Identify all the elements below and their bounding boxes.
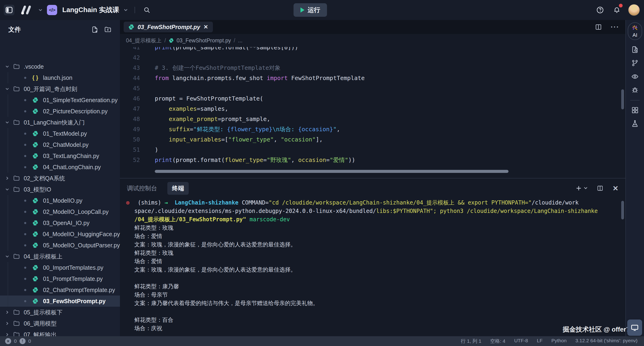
marscode-logo-icon[interactable] xyxy=(18,5,34,16)
toggle-sidebar-button[interactable] xyxy=(4,5,14,15)
tree-file-03_TextLangChain.py[interactable]: 03_TextLangChain.py xyxy=(0,150,120,161)
tab-close-icon[interactable]: ✕ xyxy=(204,24,208,30)
tree-file-03_OpenAI_IO.py[interactable]: 03_OpenAI_IO.py xyxy=(0,217,120,229)
tree-file-02_ChatModel.py[interactable]: 02_ChatModel.py xyxy=(0,139,120,150)
breadcrumb-file[interactable]: 03_FewShotPrompt.py xyxy=(177,38,231,44)
source-control-branch-icon[interactable] xyxy=(631,59,639,67)
code-editor[interactable]: 41print(prompt_sample.format(**samples[0… xyxy=(120,47,626,178)
python-file-icon xyxy=(169,38,174,43)
help-button[interactable] xyxy=(595,5,606,15)
tree-folder-04_提示模板上[interactable]: 04_提示模板上 xyxy=(0,251,120,262)
code-line-45[interactable]: 45 xyxy=(120,83,626,94)
tree-file-02_ChatPromptTemplate.py[interactable]: 02_ChatPromptTemplate.py xyxy=(0,284,120,295)
search-button[interactable] xyxy=(142,5,152,15)
errors-icon[interactable]: ✕ xyxy=(5,338,11,344)
ai-assistant-button[interactable]: AI xyxy=(628,22,642,40)
code-line-43[interactable]: 43# 3. 创建一个FewShotPromptTemplate对象 xyxy=(120,63,626,73)
status-item[interactable]: Python xyxy=(551,338,566,344)
tree-file-03_FewShotPrompt.py[interactable]: 03_FewShotPrompt.py xyxy=(0,295,120,307)
tree-folder-00_开篇词_奇点时刻[interactable]: 00_开篇词_奇点时刻 xyxy=(0,83,120,94)
topbar-divider xyxy=(134,7,135,13)
terminal-scrollbar[interactable] xyxy=(621,201,624,219)
notifications-button[interactable] xyxy=(612,5,622,15)
lab-flask-icon[interactable] xyxy=(631,120,639,127)
code-line-46[interactable]: 46prompt = FewShotPromptTemplate( xyxy=(120,94,626,104)
code-line-44[interactable]: 44from langchain.prompts.few_shot import… xyxy=(120,73,626,83)
tree-file-04_ChatLongChain.py[interactable]: 04_ChatLongChain.py xyxy=(0,161,120,173)
bell-icon xyxy=(613,6,621,14)
tree-folder-01_LangChain快速入门[interactable]: 01_LangChain快速入门 xyxy=(0,117,120,128)
activity-divider xyxy=(630,100,640,100)
new-file-button[interactable] xyxy=(91,26,98,33)
terminal-output[interactable]: ⊗ (shims) → LangChain-shizhanke COMMAND=… xyxy=(120,199,626,336)
status-item[interactable]: 行 1, 列 1 xyxy=(461,338,481,344)
status-bar: ✕ 0 ! 0 行 1, 列 1空格: 4UTF-8LFPython3.12.2… xyxy=(0,336,644,346)
workspace-chevron-icon[interactable] xyxy=(38,8,43,12)
status-item[interactable]: LF xyxy=(537,338,543,344)
close-panel-icon[interactable]: ✕ xyxy=(613,184,618,193)
code-line-47[interactable]: 47 examples=samples, xyxy=(120,104,626,114)
python-file-icon xyxy=(32,97,40,103)
project-title[interactable]: LangChain 实战课 xyxy=(62,5,119,15)
warnings-count[interactable]: 0 xyxy=(28,338,31,344)
code-text: # 3. 创建一个FewShotPromptTemplate对象 xyxy=(148,63,280,73)
warnings-icon[interactable]: ! xyxy=(20,338,26,344)
code-line-48[interactable]: 48 example_prompt=prompt_sample, xyxy=(120,114,626,124)
bottom-panel: 调试控制台 终端 ✕ ⊗ (shims) → LangChain-shizhan… xyxy=(120,178,626,336)
split-editor-icon[interactable] xyxy=(595,24,602,31)
errors-count[interactable]: 0 xyxy=(14,338,17,344)
code-line-42[interactable]: 42 xyxy=(120,53,626,63)
tree-file-05_ModelIO_OutputParser.py[interactable]: 05_ModelIO_OutputParser.py xyxy=(0,240,120,251)
tree-file-01_PromptTemplate.py[interactable]: 01_PromptTemplate.py xyxy=(0,273,120,284)
tree-file-02_PictureDescription.py[interactable]: 02_PictureDescription.py xyxy=(0,106,120,117)
avatar[interactable] xyxy=(628,4,640,16)
tree-folder-02_文档QA系统[interactable]: 02_文档QA系统 xyxy=(0,173,120,184)
tab-terminal[interactable]: 终端 xyxy=(167,182,189,195)
code-line-51[interactable]: 51) xyxy=(120,145,626,155)
extensions-grid-icon[interactable] xyxy=(631,106,639,114)
json-file-icon: { } xyxy=(32,74,40,81)
code-line-41[interactable]: 41print(prompt_sample.format(**samples[0… xyxy=(120,47,626,53)
file-search-icon[interactable] xyxy=(631,46,639,54)
file-dot-icon xyxy=(24,222,26,224)
code-line-52[interactable]: 52print(prompt.format(flower_type="野玫瑰",… xyxy=(120,155,626,165)
run-button[interactable]: 运行 xyxy=(294,3,327,17)
code-line-49[interactable]: 49 suffix="鲜花类型: {flower_type}\n场合: {occ… xyxy=(120,124,626,134)
remote-display-button[interactable] xyxy=(627,319,642,336)
new-folder-button[interactable] xyxy=(104,26,112,33)
tree-folder-05_提示模板下[interactable]: 05_提示模板下 xyxy=(0,307,120,318)
preview-eye-icon[interactable] xyxy=(631,73,639,81)
line-number: 50 xyxy=(120,134,148,145)
tree-file-01_TextModel.py[interactable]: 01_TextModel.py xyxy=(0,128,120,139)
split-terminal-icon[interactable] xyxy=(597,185,603,192)
status-item[interactable]: 空格: 4 xyxy=(490,338,505,344)
breadcrumb-more[interactable]: ... xyxy=(238,38,242,44)
project-chevron-icon[interactable] xyxy=(124,8,128,12)
tree-file-launch.json[interactable]: { }launch.json xyxy=(0,72,120,83)
tree-item-label: 01_TextModel.py xyxy=(43,130,87,137)
file-dot-icon xyxy=(24,233,26,235)
folder-icon xyxy=(13,253,21,260)
notification-dot xyxy=(619,4,622,8)
tab-03-fewshotprompt[interactable]: 03_FewShotPrompt.py ✕ xyxy=(124,22,213,32)
tree-folder-.vscode[interactable]: .vscode xyxy=(0,61,120,72)
tree-folder-07_解析输出[interactable]: 07_解析输出 xyxy=(0,329,120,336)
tab-debug-console[interactable]: 调试控制台 xyxy=(127,184,157,193)
status-item[interactable]: UTF-8 xyxy=(514,338,528,344)
tree-file-02_ModelIO_LoopCall.py[interactable]: 02_ModelIO_LoopCall.py xyxy=(0,206,120,217)
more-actions-icon[interactable]: ··· xyxy=(611,23,619,31)
tree-folder-03_模型IO[interactable]: 03_模型IO xyxy=(0,184,120,195)
editor-scrollbar[interactable] xyxy=(621,89,624,109)
code-text: print(prompt_sample.format(**samples[0])… xyxy=(148,47,298,53)
tree-file-01_ModelIO.py[interactable]: 01_ModelIO.py xyxy=(0,195,120,206)
new-terminal-button[interactable] xyxy=(576,185,588,192)
breadcrumb-folder[interactable]: 04_提示模板上 xyxy=(126,37,162,44)
debug-bug-icon[interactable] xyxy=(631,86,639,94)
status-item[interactable]: 3.12.2 64-bit ('shims': pyenv) xyxy=(576,338,638,344)
tree-file-01_SimpleTextGeneration.py[interactable]: 01_SimpleTextGeneration.py xyxy=(0,94,120,106)
code-line-50[interactable]: 50 input_variables=["flower_type", "occa… xyxy=(120,134,626,145)
tree-folder-06_调用模型[interactable]: 06_调用模型 xyxy=(0,318,120,329)
tree-file-04_ModelIO_HuggingFace.py[interactable]: 04_ModelIO_HuggingFace.py xyxy=(0,229,120,240)
horizontal-scrollbar[interactable] xyxy=(155,170,508,173)
tree-file-00_ImportTemplates.py[interactable]: 00_ImportTemplates.py xyxy=(0,262,120,273)
